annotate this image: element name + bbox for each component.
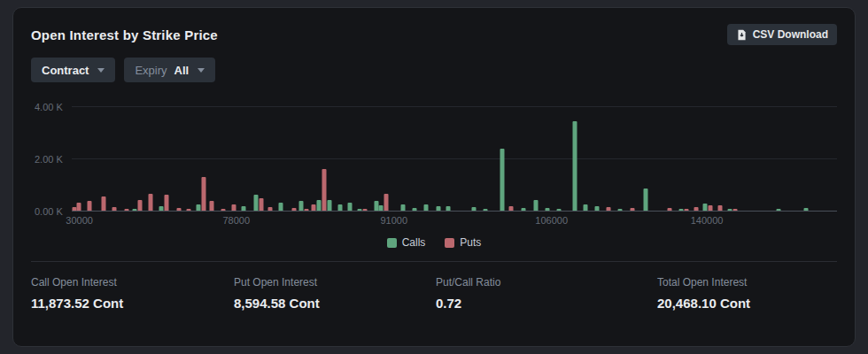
call-bar	[472, 207, 477, 211]
call-bar	[521, 208, 525, 211]
bar-group	[572, 121, 577, 211]
csv-download-button[interactable]: CSV Download	[727, 24, 837, 45]
put-bar	[138, 200, 143, 211]
bar-group	[694, 207, 699, 211]
file-download-icon	[736, 29, 748, 41]
open-interest-card: Open Interest by Strike Price CSV Downlo…	[12, 7, 856, 347]
bar-group	[298, 201, 308, 211]
call-bar	[401, 204, 406, 211]
put-bar	[694, 207, 699, 211]
put-bar	[76, 203, 81, 211]
call-bar	[679, 209, 684, 211]
put-bar	[606, 207, 610, 211]
bar-group	[424, 204, 429, 211]
stat-label: Total Open Interest	[657, 276, 837, 289]
x-axis: 300007800091000106000140000	[72, 212, 837, 229]
call-bar	[436, 206, 440, 211]
bar-group	[679, 209, 689, 211]
put-bar	[125, 209, 129, 211]
put-bar	[267, 207, 272, 211]
bar-group	[436, 206, 440, 211]
filter-bar: Contract Expiry All	[31, 58, 837, 82]
call-bar	[241, 206, 245, 211]
bar-group	[717, 205, 722, 212]
legend-item-puts[interactable]: Puts	[445, 236, 481, 249]
call-bar	[328, 200, 332, 211]
put-bar	[202, 177, 206, 211]
put-bar	[717, 205, 722, 212]
bar-group	[472, 207, 477, 211]
x-tick-label: 30000	[66, 215, 93, 226]
legend-label: Puts	[460, 236, 481, 249]
y-tick-label: 2.00 K	[35, 154, 63, 165]
bar-group	[328, 200, 332, 211]
bar-group	[241, 206, 245, 211]
put-bar	[102, 196, 106, 211]
put-bar	[312, 204, 316, 211]
bar-group	[87, 201, 91, 211]
put-bar	[176, 208, 181, 211]
put-bar	[631, 208, 635, 211]
call-bar	[278, 203, 283, 211]
chevron-down-icon	[97, 68, 105, 73]
stat-value: 0.72	[436, 296, 657, 311]
bar-group	[500, 149, 504, 211]
bar-group	[187, 209, 191, 211]
bar-group	[159, 195, 168, 211]
bar-group	[210, 201, 214, 211]
x-tick-label: 140000	[691, 215, 724, 226]
bar-group	[312, 204, 316, 211]
call-bar	[338, 204, 343, 211]
put-bar	[384, 194, 388, 212]
legend-item-calls[interactable]: Calls	[387, 236, 426, 249]
legend-label: Calls	[402, 236, 426, 249]
stat-label: Call Open Interest	[31, 276, 234, 289]
stat-item: Put Open Interest8,594.58 Cont	[234, 276, 436, 311]
bar-group	[176, 208, 181, 211]
bar-group	[221, 209, 226, 211]
contract-dropdown[interactable]: Contract	[31, 58, 115, 82]
bar-group	[446, 206, 451, 211]
bar-group	[631, 208, 635, 211]
bar-group	[102, 196, 106, 211]
plot-area	[72, 96, 837, 212]
bar-group	[316, 169, 326, 211]
call-bar	[583, 204, 587, 211]
bar-group	[606, 207, 610, 211]
bar-group	[618, 209, 623, 211]
call-bar	[727, 209, 732, 211]
stat-label: Put Open Interest	[234, 276, 436, 289]
gridline	[72, 158, 837, 159]
put-bar	[112, 207, 117, 211]
call-bar	[446, 206, 451, 211]
call-bar	[556, 209, 561, 211]
bar-group	[232, 204, 236, 211]
expiry-dropdown[interactable]: Expiry All	[124, 58, 215, 82]
call-bar	[298, 201, 303, 211]
call-bar	[572, 121, 577, 211]
bar-group	[76, 203, 81, 211]
bar-group	[401, 204, 406, 211]
bar-group	[253, 195, 263, 211]
bar-group	[133, 200, 143, 211]
gridline	[72, 106, 837, 107]
put-bar	[210, 201, 214, 211]
put-bar	[259, 198, 263, 211]
call-bar	[424, 204, 429, 211]
x-tick-label: 106000	[535, 215, 568, 226]
expiry-dropdown-label: Expiry	[135, 64, 167, 77]
bar-group	[148, 194, 152, 211]
stat-label: Put/Call Ratio	[436, 276, 657, 289]
stat-item: Total Open Interest20,468.10 Cont	[657, 276, 837, 311]
stat-value: 8,594.58 Cont	[234, 296, 436, 311]
call-bar	[316, 200, 321, 211]
bar-group	[803, 208, 808, 211]
call-bar	[159, 206, 163, 211]
bar-group	[667, 208, 671, 211]
call-bar	[413, 208, 417, 211]
bar-group	[484, 209, 488, 211]
bar-group	[413, 208, 417, 211]
bar-group	[546, 208, 550, 211]
put-bar	[221, 209, 226, 211]
call-bar	[358, 209, 362, 211]
